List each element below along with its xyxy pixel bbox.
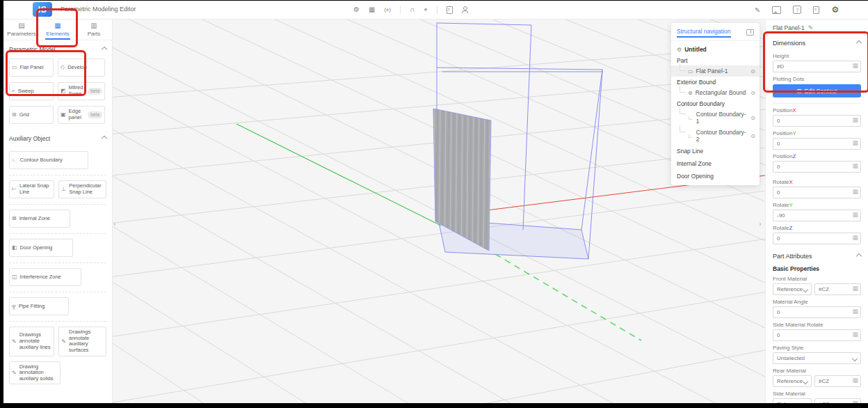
move-tool-icon[interactable]: ⌖ <box>424 6 428 13</box>
visibility-eye-icon[interactable]: ⊙ <box>750 68 755 74</box>
positionx-input[interactable] <box>773 115 861 127</box>
tab-parts[interactable]: ▥ Parts <box>76 19 112 40</box>
positionz-input[interactable] <box>773 161 861 173</box>
grid-line <box>112 226 765 403</box>
calculator-icon[interactable]: ▦ <box>852 400 858 403</box>
rear-material-select[interactable]: Reference <box>773 375 812 387</box>
calculator-icon[interactable]: ▦ <box>852 163 858 169</box>
wireframe-edge <box>523 25 531 230</box>
height-input[interactable] <box>773 61 861 72</box>
tree-item-contour-boundary-2[interactable]: ∟ Contour Boundary-2 ⊙ <box>671 127 760 145</box>
rename-pencil-icon[interactable]: ✎ <box>808 24 814 31</box>
panel-layout-icon[interactable] <box>746 29 754 36</box>
visibility-eye-icon[interactable]: ⊙ <box>750 115 755 121</box>
positiony-input[interactable] <box>773 138 861 150</box>
dimensions-section-header[interactable]: Dimensions <box>773 36 861 49</box>
snap-magnet-icon[interactable]: ∩ <box>410 6 415 13</box>
field-label: Position <box>773 130 792 136</box>
calculator-icon[interactable]: ▦ <box>852 140 858 146</box>
tree-item-rectangular-bound[interactable]: ⊕ Rectangular Bound ⊙ <box>671 87 760 98</box>
positionz-input-wrap: ▦ <box>773 161 861 173</box>
structural-navigation-title[interactable]: Structural navigation <box>677 28 731 37</box>
sidebar-collapse-handle[interactable]: ‹ <box>113 220 116 228</box>
auxiliary-object-header[interactable]: Auxiliary Object <box>3 125 112 145</box>
paving-style-select[interactable]: Unselected <box>773 352 861 364</box>
chevron-down-icon <box>803 286 808 292</box>
display-settings-icon[interactable]: ⚙ <box>353 6 360 13</box>
image-icon[interactable] <box>772 6 781 14</box>
edit-pencil-icon[interactable]: ✎ <box>755 6 760 14</box>
viewport-3d[interactable]: ‹ › <box>112 19 765 403</box>
lateral-snap-line-button[interactable]: ⊢ Lateral Snap Line <box>9 180 54 198</box>
tree-item-contour-boundary-1[interactable]: ∟ Contour Boundary-1 ⊙ <box>671 109 760 127</box>
parametric-model-header[interactable]: Parametric Model <box>3 40 112 56</box>
rotatez-input[interactable] <box>773 233 861 244</box>
calculator-icon[interactable]: ▦ <box>852 308 858 315</box>
rear-material-label: Rear Material <box>773 368 861 374</box>
tree-item-internal-zone[interactable]: Internal Zone <box>671 157 760 170</box>
tree-root-untitled[interactable]: ⚙ Untitled <box>671 44 760 55</box>
rotatex-label: RotateX <box>773 179 861 185</box>
calculator-icon[interactable]: ▦ <box>852 235 858 241</box>
edge-panel-button[interactable]: ▣ Edge panel beta <box>58 106 105 124</box>
calculator-icon[interactable]: ▦ <box>852 331 858 338</box>
user-share-icon[interactable] <box>462 6 468 13</box>
calculator-icon[interactable]: ▦ <box>852 285 858 292</box>
drawing-annotation-solids-button[interactable]: ✎ Drawing annotation auxiliary solids <box>9 361 61 385</box>
field-label: Rotate <box>773 225 789 231</box>
develop-button[interactable]: ◇ Develop <box>58 58 105 77</box>
front-material-select[interactable]: Reference <box>773 283 812 295</box>
app-logo[interactable]: IS <box>33 2 52 17</box>
toolbar-divider <box>400 6 401 14</box>
calculator-icon[interactable]: ▦ <box>852 117 858 123</box>
edit-contour-button[interactable]: ⊞ Edit Contour <box>773 84 861 97</box>
perpendicular-snap-line-button[interactable]: ⊥ Perpendicular Snap Line <box>58 180 106 198</box>
interference-zone-button[interactable]: ◫ Interference Zone <box>9 268 81 286</box>
door-opening-button[interactable]: ◧ Door Opening <box>9 239 73 257</box>
dimension-icon[interactable]: (±) <box>384 7 391 13</box>
axis-x-label: X <box>792 107 796 113</box>
side-material-select[interactable]: Reference <box>773 398 812 403</box>
part-attributes-section-header[interactable]: Part Attributes <box>773 249 861 262</box>
tab-elements[interactable]: ▦ Elements <box>40 19 76 40</box>
visibility-eye-icon[interactable]: ⊙ <box>750 133 755 139</box>
help-icon[interactable]: ? <box>793 6 801 14</box>
calculator-icon[interactable]: ▦ <box>852 212 858 218</box>
grid-button[interactable]: ⊞ Grid <box>9 106 54 124</box>
side-material-rotate-input[interactable] <box>773 329 861 341</box>
contour-boundary-button[interactable]: ∟ Contour Boundary <box>9 151 88 169</box>
rotatey-input[interactable] <box>773 210 861 221</box>
button-label: Interference Zone <box>20 274 61 281</box>
calculator-icon[interactable]: ▦ <box>852 377 858 384</box>
calculator-icon[interactable]: ▦ <box>852 189 858 195</box>
calculator-icon[interactable]: ▦ <box>852 63 858 69</box>
positionz-label: PositionZ <box>773 153 861 159</box>
internal-zone-button[interactable]: ⊠ Internal Zone <box>9 210 70 228</box>
grid-view-icon[interactable]: ▦ <box>369 6 375 13</box>
material-angle-input[interactable] <box>773 306 861 318</box>
drawings-annotate-lines-button[interactable]: ✎ Drawings annotate auxiliary lines <box>9 327 54 356</box>
tab-label: Elements <box>40 31 76 37</box>
flat-panel-icon: ▭ <box>688 68 693 74</box>
sweep-button[interactable]: ⌐ Sweep <box>9 82 54 100</box>
structure-tree: ⚙ Untitled Part ▭ Flat Panel-1 ⊙ Exterio… <box>671 41 760 185</box>
settings-gear-icon[interactable]: ⚙ <box>831 5 839 15</box>
pipe-fitting-button[interactable]: ╦ Pipe Fitting <box>9 297 69 315</box>
tree-item-collision-detect-area[interactable]: Collision Detect Area <box>671 182 760 185</box>
properties-panel: Flat Panel-1 ✎ Dimensions Height ▦ Plott… <box>765 19 868 403</box>
flat-panel-button[interactable]: ▭ Flat Panel <box>9 58 54 77</box>
props-collapse-handle[interactable]: › <box>759 220 762 228</box>
tree-item-snap-line[interactable]: Snap Line <box>671 145 760 157</box>
viewport-3d-canvas[interactable] <box>112 19 765 403</box>
visibility-eye-icon[interactable]: ⊙ <box>750 90 755 96</box>
drawings-annotate-surfaces-button[interactable]: ✎ Drawings annotate auxiliary surfaces <box>58 327 106 356</box>
wireframe-edge <box>581 70 602 230</box>
tree-item-door-opening[interactable]: Door Opening <box>671 170 760 182</box>
file-icon[interactable] <box>447 6 453 14</box>
drawings-annotate-lines-icon: ✎ <box>12 338 17 345</box>
tab-parameters[interactable]: ▤ Parameters <box>3 19 40 40</box>
tree-item-flat-panel-1[interactable]: ▭ Flat Panel-1 ⊙ <box>671 65 760 77</box>
rotatex-input[interactable] <box>773 187 861 198</box>
document-icon[interactable] <box>813 6 819 14</box>
mitred-sweep-button[interactable]: ◩ Mitred Swee beta <box>58 82 105 100</box>
